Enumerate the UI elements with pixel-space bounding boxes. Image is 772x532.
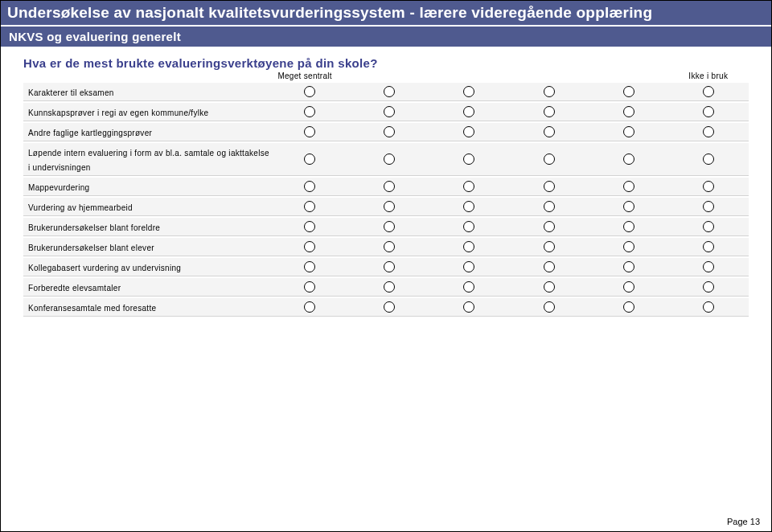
page-number: Page 13 (727, 517, 760, 526)
matrix-row: Brukerundersøkelser blant elever (23, 238, 749, 256)
radio-option[interactable] (304, 86, 315, 97)
radio-option[interactable] (623, 126, 634, 137)
radio-option[interactable] (304, 261, 315, 272)
question-label: Hva er de mest brukte evalueringsverktøy… (23, 56, 749, 70)
radio-option[interactable] (463, 281, 474, 293)
radio-option[interactable] (463, 86, 474, 97)
matrix-row: Karakterer til eksamen (23, 83, 749, 101)
matrix-row: Løpende intern evaluering i form av bl.a… (23, 143, 749, 176)
radio-option[interactable] (544, 106, 555, 117)
radio-option[interactable] (384, 201, 395, 212)
radio-option[interactable] (463, 301, 474, 313)
radio-option[interactable] (544, 86, 555, 97)
radio-option[interactable] (703, 181, 714, 192)
radio-option[interactable] (623, 261, 634, 272)
radio-option[interactable] (384, 153, 395, 165)
radio-option[interactable] (703, 86, 714, 97)
radio-option[interactable] (463, 241, 474, 252)
radio-option[interactable] (384, 181, 395, 192)
radio-option[interactable] (304, 126, 315, 137)
matrix-row: Brukerundersøkelser blant foreldre (23, 218, 749, 236)
radio-option[interactable] (384, 221, 395, 232)
radio-option[interactable] (304, 281, 315, 293)
row-label: Kollegabasert vurdering av undervisning (28, 264, 181, 272)
row-label: Brukerundersøkelser blant foreldre (28, 223, 160, 232)
radio-option[interactable] (703, 153, 714, 165)
radio-option[interactable] (384, 261, 395, 272)
row-label: Forberedte elevsamtaler (28, 284, 121, 293)
radio-option[interactable] (463, 261, 474, 272)
radio-option[interactable] (384, 106, 395, 117)
matrix-row: Vurdering av hjemmearbeid (23, 198, 749, 216)
radio-option[interactable] (304, 221, 315, 232)
radio-option[interactable] (304, 241, 315, 252)
radio-option[interactable] (384, 126, 395, 137)
radio-option[interactable] (304, 201, 315, 212)
radio-option[interactable] (544, 181, 555, 192)
radio-option[interactable] (304, 153, 315, 165)
matrix-row: Mappevurdering (23, 178, 749, 196)
radio-option[interactable] (304, 181, 315, 192)
radio-option[interactable] (463, 181, 474, 192)
matrix-row: Forberedte elevsamtaler (23, 278, 749, 297)
radio-option[interactable] (304, 301, 315, 313)
radio-option[interactable] (463, 153, 474, 165)
radio-option[interactable] (544, 126, 555, 137)
radio-option[interactable] (463, 126, 474, 137)
radio-option[interactable] (623, 153, 634, 165)
radio-option[interactable] (544, 261, 555, 272)
matrix-row: Andre faglige kartleggingsprøver (23, 123, 749, 141)
scale-right-label: Ikke i bruk (688, 72, 728, 80)
question-block: Hva er de mest brukte evalueringsverktøy… (1, 47, 771, 317)
radio-option[interactable] (384, 241, 395, 252)
row-label: Kunnskapsprøver i regi av egen kommune/f… (28, 108, 208, 117)
radio-option[interactable] (703, 301, 714, 313)
row-label: Løpende intern evaluering i form av bl.a… (28, 149, 269, 172)
radio-option[interactable] (463, 221, 474, 232)
radio-option[interactable] (703, 261, 714, 272)
radio-option[interactable] (544, 281, 555, 293)
radio-option[interactable] (623, 281, 634, 293)
radio-option[interactable] (384, 281, 395, 293)
row-label: Brukerundersøkelser blant elever (28, 243, 154, 252)
row-label: Karakterer til eksamen (28, 88, 114, 97)
row-label: Mappevurdering (28, 183, 89, 192)
radio-option[interactable] (623, 241, 634, 252)
radio-option[interactable] (544, 221, 555, 232)
radio-option[interactable] (463, 201, 474, 212)
section-title: NKVS og evaluering generelt (1, 25, 771, 47)
radio-option[interactable] (384, 301, 395, 313)
radio-option[interactable] (623, 201, 634, 212)
matrix: Karakterer til eksamenKunnskapsprøver i … (23, 83, 749, 317)
radio-option[interactable] (384, 86, 395, 97)
radio-option[interactable] (703, 126, 714, 137)
matrix-row: Kollegabasert vurdering av undervisning (23, 258, 749, 276)
matrix-row: Konferansesamtale med foresatte (23, 298, 749, 317)
matrix-row: Kunnskapsprøver i regi av egen kommune/f… (23, 103, 749, 121)
radio-option[interactable] (304, 106, 315, 117)
radio-option[interactable] (703, 201, 714, 212)
radio-option[interactable] (703, 281, 714, 293)
radio-option[interactable] (544, 241, 555, 252)
radio-option[interactable] (703, 221, 714, 232)
radio-option[interactable] (544, 201, 555, 212)
row-label: Andre faglige kartleggingsprøver (28, 129, 152, 137)
radio-option[interactable] (703, 106, 714, 117)
scale-header: Meget sentralt Ikke i bruk (23, 72, 749, 80)
scale-left-label: Meget sentralt (277, 72, 332, 80)
row-label: Konferansesamtale med foresatte (28, 304, 156, 313)
radio-option[interactable] (544, 153, 555, 165)
radio-option[interactable] (623, 301, 634, 313)
radio-option[interactable] (623, 181, 634, 192)
radio-option[interactable] (623, 86, 634, 97)
survey-title: Undersøkelse av nasjonalt kvalitetsvurde… (1, 1, 771, 25)
radio-option[interactable] (703, 241, 714, 252)
radio-option[interactable] (623, 106, 634, 117)
row-label: Vurdering av hjemmearbeid (28, 203, 133, 212)
radio-option[interactable] (623, 221, 634, 232)
radio-option[interactable] (463, 106, 474, 117)
radio-option[interactable] (544, 301, 555, 313)
